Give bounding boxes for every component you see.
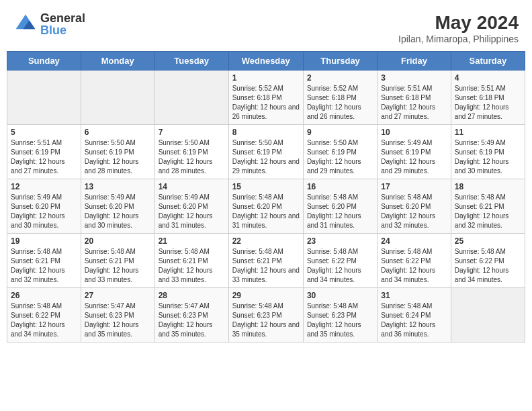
calendar-cell: 12Sunrise: 5:49 AM Sunset: 6:20 PM Dayli… (7, 179, 81, 234)
day-info: Sunrise: 5:48 AM Sunset: 6:20 PM Dayligh… (232, 193, 300, 229)
day-info: Sunrise: 5:48 AM Sunset: 6:24 PM Dayligh… (381, 302, 435, 338)
col-header-friday: Friday (378, 52, 451, 71)
day-number: 9 (307, 128, 373, 137)
calendar-cell: 21Sunrise: 5:48 AM Sunset: 6:21 PM Dayli… (154, 234, 228, 288)
calendar-cell: 18Sunrise: 5:48 AM Sunset: 6:21 PM Dayli… (451, 179, 525, 234)
day-number: 5 (11, 128, 77, 137)
day-info: Sunrise: 5:52 AM Sunset: 6:18 PM Dayligh… (232, 85, 300, 120)
calendar-cell: 22Sunrise: 5:48 AM Sunset: 6:21 PM Dayli… (228, 234, 303, 288)
calendar-cell: 25Sunrise: 5:48 AM Sunset: 6:22 PM Dayli… (451, 234, 525, 288)
logo-line1: General (40, 12, 85, 24)
calendar-week-2: 5Sunrise: 5:51 AM Sunset: 6:19 PM Daylig… (7, 125, 525, 179)
day-number: 26 (11, 291, 77, 300)
day-info: Sunrise: 5:50 AM Sunset: 6:19 PM Dayligh… (307, 139, 361, 175)
day-info: Sunrise: 5:48 AM Sunset: 6:21 PM Dayligh… (85, 248, 139, 283)
day-number: 14 (159, 182, 225, 191)
calendar-table: SundayMondayTuesdayWednesdayThursdayFrid… (7, 51, 525, 342)
day-number: 18 (455, 182, 521, 191)
logo-line2: Blue (40, 24, 85, 36)
day-number: 10 (381, 128, 447, 137)
day-info: Sunrise: 5:48 AM Sunset: 6:20 PM Dayligh… (381, 193, 435, 229)
month-year: May 2024 (398, 12, 519, 34)
calendar-cell: 27Sunrise: 5:47 AM Sunset: 6:23 PM Dayli… (81, 288, 154, 342)
calendar-cell: 6Sunrise: 5:50 AM Sunset: 6:19 PM Daylig… (81, 125, 154, 179)
day-info: Sunrise: 5:48 AM Sunset: 6:22 PM Dayligh… (11, 302, 65, 338)
calendar-cell: 29Sunrise: 5:48 AM Sunset: 6:23 PM Dayli… (228, 288, 303, 342)
day-info: Sunrise: 5:48 AM Sunset: 6:22 PM Dayligh… (455, 248, 509, 283)
day-info: Sunrise: 5:50 AM Sunset: 6:19 PM Dayligh… (85, 139, 139, 175)
calendar-cell: 17Sunrise: 5:48 AM Sunset: 6:20 PM Dayli… (378, 179, 451, 234)
day-number: 29 (232, 291, 300, 300)
day-info: Sunrise: 5:48 AM Sunset: 6:22 PM Dayligh… (307, 248, 361, 283)
day-number: 7 (159, 128, 225, 137)
calendar-body: 1Sunrise: 5:52 AM Sunset: 6:18 PM Daylig… (7, 71, 525, 342)
day-number: 1 (232, 73, 300, 83)
day-number: 19 (11, 236, 77, 246)
day-number: 23 (307, 236, 373, 246)
day-info: Sunrise: 5:49 AM Sunset: 6:19 PM Dayligh… (455, 139, 509, 175)
calendar-cell: 31Sunrise: 5:48 AM Sunset: 6:24 PM Dayli… (378, 288, 451, 342)
calendar-cell (7, 71, 81, 125)
day-number: 21 (159, 236, 225, 246)
calendar-cell: 5Sunrise: 5:51 AM Sunset: 6:19 PM Daylig… (7, 125, 81, 179)
logo-icon (13, 12, 38, 36)
day-info: Sunrise: 5:51 AM Sunset: 6:18 PM Dayligh… (455, 85, 509, 120)
day-info: Sunrise: 5:48 AM Sunset: 6:23 PM Dayligh… (307, 302, 361, 338)
col-header-tuesday: Tuesday (154, 52, 228, 71)
calendar-week-1: 1Sunrise: 5:52 AM Sunset: 6:18 PM Daylig… (7, 71, 525, 125)
calendar-cell (154, 71, 228, 125)
day-info: Sunrise: 5:48 AM Sunset: 6:21 PM Dayligh… (455, 193, 509, 229)
day-number: 27 (85, 291, 151, 300)
calendar-cell: 11Sunrise: 5:49 AM Sunset: 6:19 PM Dayli… (451, 125, 525, 179)
day-info: Sunrise: 5:48 AM Sunset: 6:21 PM Dayligh… (11, 248, 65, 283)
calendar-cell: 15Sunrise: 5:48 AM Sunset: 6:20 PM Dayli… (228, 179, 303, 234)
calendar-cell: 16Sunrise: 5:48 AM Sunset: 6:20 PM Dayli… (303, 179, 377, 234)
day-info: Sunrise: 5:47 AM Sunset: 6:23 PM Dayligh… (159, 302, 213, 338)
day-number: 11 (455, 128, 521, 137)
day-number: 31 (381, 291, 447, 300)
calendar-cell: 10Sunrise: 5:49 AM Sunset: 6:19 PM Dayli… (378, 125, 451, 179)
day-info: Sunrise: 5:49 AM Sunset: 6:20 PM Dayligh… (11, 193, 65, 229)
day-info: Sunrise: 5:49 AM Sunset: 6:19 PM Dayligh… (381, 139, 435, 175)
day-headers-row: SundayMondayTuesdayWednesdayThursdayFrid… (7, 52, 525, 71)
day-info: Sunrise: 5:48 AM Sunset: 6:21 PM Dayligh… (159, 248, 213, 283)
col-header-wednesday: Wednesday (228, 52, 303, 71)
day-number: 20 (85, 236, 151, 246)
calendar-cell: 20Sunrise: 5:48 AM Sunset: 6:21 PM Dayli… (81, 234, 154, 288)
day-info: Sunrise: 5:52 AM Sunset: 6:18 PM Dayligh… (307, 85, 361, 120)
day-number: 3 (381, 73, 447, 83)
day-info: Sunrise: 5:49 AM Sunset: 6:20 PM Dayligh… (159, 193, 213, 229)
day-number: 28 (159, 291, 225, 300)
calendar-cell: 28Sunrise: 5:47 AM Sunset: 6:23 PM Dayli… (154, 288, 228, 342)
calendar-cell: 1Sunrise: 5:52 AM Sunset: 6:18 PM Daylig… (228, 71, 303, 125)
calendar-cell: 4Sunrise: 5:51 AM Sunset: 6:18 PM Daylig… (451, 71, 525, 125)
calendar-cell: 19Sunrise: 5:48 AM Sunset: 6:21 PM Dayli… (7, 234, 81, 288)
day-info: Sunrise: 5:49 AM Sunset: 6:20 PM Dayligh… (85, 193, 139, 229)
day-number: 25 (455, 236, 521, 246)
day-number: 17 (381, 182, 447, 191)
day-info: Sunrise: 5:47 AM Sunset: 6:23 PM Dayligh… (85, 302, 139, 338)
day-number: 30 (307, 291, 373, 300)
day-number: 22 (232, 236, 300, 246)
calendar-cell (81, 71, 154, 125)
day-number: 8 (232, 128, 300, 137)
day-info: Sunrise: 5:48 AM Sunset: 6:23 PM Dayligh… (232, 302, 300, 338)
calendar-cell (451, 288, 525, 342)
day-info: Sunrise: 5:51 AM Sunset: 6:19 PM Dayligh… (11, 139, 65, 175)
day-number: 12 (11, 182, 77, 191)
logo: General Blue (13, 12, 85, 36)
calendar-week-4: 19Sunrise: 5:48 AM Sunset: 6:21 PM Dayli… (7, 234, 525, 288)
calendar-cell: 14Sunrise: 5:49 AM Sunset: 6:20 PM Dayli… (154, 179, 228, 234)
col-header-saturday: Saturday (451, 52, 525, 71)
calendar-cell: 26Sunrise: 5:48 AM Sunset: 6:22 PM Dayli… (7, 288, 81, 342)
location: Ipilan, Mimaropa, Philippines (398, 34, 519, 44)
calendar-cell: 13Sunrise: 5:49 AM Sunset: 6:20 PM Dayli… (81, 179, 154, 234)
day-info: Sunrise: 5:48 AM Sunset: 6:22 PM Dayligh… (381, 248, 435, 283)
day-number: 16 (307, 182, 373, 191)
day-number: 2 (307, 73, 373, 83)
col-header-thursday: Thursday (303, 52, 377, 71)
day-number: 15 (232, 182, 300, 191)
day-info: Sunrise: 5:48 AM Sunset: 6:21 PM Dayligh… (232, 248, 300, 283)
calendar-cell: 7Sunrise: 5:50 AM Sunset: 6:19 PM Daylig… (154, 125, 228, 179)
calendar-cell: 23Sunrise: 5:48 AM Sunset: 6:22 PM Dayli… (303, 234, 377, 288)
